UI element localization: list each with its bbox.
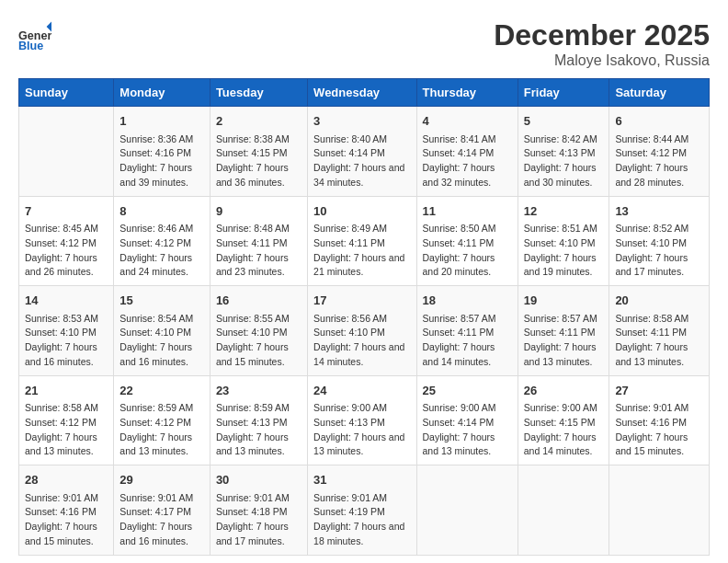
calendar-cell: 13Sunrise: 8:52 AMSunset: 4:10 PMDayligh… (609, 196, 710, 286)
day-number: 4 (423, 112, 512, 131)
calendar-body: 1Sunrise: 8:36 AMSunset: 4:16 PMDaylight… (19, 107, 710, 556)
calendar-cell: 11Sunrise: 8:50 AMSunset: 4:11 PMDayligh… (416, 196, 518, 286)
day-number: 29 (119, 471, 204, 489)
calendar-header-row: SundayMondayTuesdayWednesdayThursdayFrid… (19, 79, 710, 107)
calendar-cell: 1Sunrise: 8:36 AMSunset: 4:16 PMDaylight… (114, 107, 210, 197)
calendar-cell: 14Sunrise: 8:53 AMSunset: 4:10 PMDayligh… (19, 286, 114, 376)
logo-icon: General Blue (18, 18, 51, 52)
day-info: Sunrise: 8:54 AMSunset: 4:10 PMDaylight:… (119, 312, 204, 370)
day-number: 19 (524, 292, 604, 310)
day-number: 6 (615, 112, 703, 131)
day-number: 21 (25, 382, 108, 400)
column-header-sunday: Sunday (19, 79, 114, 107)
calendar-cell: 3Sunrise: 8:40 AMSunset: 4:14 PMDaylight… (308, 107, 416, 197)
calendar-cell: 15Sunrise: 8:54 AMSunset: 4:10 PMDayligh… (114, 286, 210, 376)
calendar-cell: 19Sunrise: 8:57 AMSunset: 4:11 PMDayligh… (518, 286, 609, 376)
calendar-cell: 9Sunrise: 8:48 AMSunset: 4:11 PMDaylight… (210, 196, 307, 286)
day-info: Sunrise: 8:41 AMSunset: 4:14 PMDaylight:… (423, 132, 512, 190)
column-header-friday: Friday (518, 79, 609, 107)
day-info: Sunrise: 8:59 AMSunset: 4:13 PMDaylight:… (216, 401, 301, 459)
day-number: 3 (313, 112, 410, 131)
day-number: 23 (216, 382, 301, 400)
day-info: Sunrise: 8:51 AMSunset: 4:10 PMDaylight:… (524, 222, 604, 280)
calendar-cell (19, 107, 114, 197)
column-header-tuesday: Tuesday (210, 79, 307, 107)
calendar-cell: 10Sunrise: 8:49 AMSunset: 4:11 PMDayligh… (308, 196, 416, 286)
day-number: 24 (313, 382, 410, 400)
calendar-cell: 2Sunrise: 8:38 AMSunset: 4:15 PMDaylight… (210, 107, 307, 197)
day-number: 14 (25, 292, 108, 310)
day-number: 13 (615, 202, 703, 221)
calendar-cell: 4Sunrise: 8:41 AMSunset: 4:14 PMDaylight… (416, 107, 518, 197)
calendar-cell: 30Sunrise: 9:01 AMSunset: 4:18 PMDayligh… (210, 465, 307, 556)
day-number: 25 (423, 382, 512, 400)
calendar-week-row: 7Sunrise: 8:45 AMSunset: 4:12 PMDaylight… (19, 196, 710, 286)
day-info: Sunrise: 8:50 AMSunset: 4:11 PMDaylight:… (423, 222, 512, 280)
day-number: 22 (119, 382, 204, 400)
column-header-thursday: Thursday (416, 79, 518, 107)
calendar-cell: 28Sunrise: 9:01 AMSunset: 4:16 PMDayligh… (19, 465, 114, 556)
day-number: 27 (615, 382, 703, 400)
day-info: Sunrise: 8:38 AMSunset: 4:15 PMDaylight:… (216, 132, 301, 190)
day-info: Sunrise: 8:48 AMSunset: 4:11 PMDaylight:… (216, 222, 301, 280)
calendar-cell: 24Sunrise: 9:00 AMSunset: 4:13 PMDayligh… (308, 375, 416, 465)
day-number: 28 (25, 471, 108, 489)
day-number: 18 (423, 292, 512, 310)
calendar-cell: 22Sunrise: 8:59 AMSunset: 4:12 PMDayligh… (114, 375, 210, 465)
day-info: Sunrise: 8:58 AMSunset: 4:12 PMDaylight:… (25, 401, 108, 459)
day-info: Sunrise: 8:42 AMSunset: 4:13 PMDaylight:… (524, 132, 604, 190)
day-info: Sunrise: 8:36 AMSunset: 4:16 PMDaylight:… (119, 132, 204, 190)
day-number: 9 (216, 202, 301, 221)
day-info: Sunrise: 8:53 AMSunset: 4:10 PMDaylight:… (25, 312, 108, 370)
calendar-cell (518, 465, 609, 556)
day-info: Sunrise: 8:40 AMSunset: 4:14 PMDaylight:… (313, 132, 410, 190)
calendar-week-row: 1Sunrise: 8:36 AMSunset: 4:16 PMDaylight… (19, 107, 710, 197)
day-info: Sunrise: 8:52 AMSunset: 4:10 PMDaylight:… (615, 222, 703, 280)
column-header-monday: Monday (114, 79, 210, 107)
day-info: Sunrise: 9:01 AMSunset: 4:17 PMDaylight:… (119, 491, 204, 549)
day-number: 20 (615, 292, 703, 310)
day-number: 1 (119, 112, 204, 131)
day-number: 2 (216, 112, 301, 131)
day-info: Sunrise: 9:00 AMSunset: 4:13 PMDaylight:… (313, 401, 410, 459)
day-info: Sunrise: 8:44 AMSunset: 4:12 PMDaylight:… (615, 132, 703, 190)
day-info: Sunrise: 9:00 AMSunset: 4:14 PMDaylight:… (423, 401, 512, 459)
day-number: 10 (313, 202, 410, 221)
page-header: General Blue December 2025 Maloye Isakov… (18, 18, 710, 69)
column-header-saturday: Saturday (609, 79, 710, 107)
location-title: Maloye Isakovo, Russia (494, 52, 710, 69)
day-number: 11 (423, 202, 512, 221)
day-number: 16 (216, 292, 301, 310)
calendar-cell: 5Sunrise: 8:42 AMSunset: 4:13 PMDaylight… (518, 107, 609, 197)
calendar-cell: 21Sunrise: 8:58 AMSunset: 4:12 PMDayligh… (19, 375, 114, 465)
calendar-cell (609, 465, 710, 556)
day-number: 17 (313, 292, 410, 310)
calendar-table: SundayMondayTuesdayWednesdayThursdayFrid… (18, 78, 710, 556)
calendar-cell: 18Sunrise: 8:57 AMSunset: 4:11 PMDayligh… (416, 286, 518, 376)
calendar-cell: 17Sunrise: 8:56 AMSunset: 4:10 PMDayligh… (308, 286, 416, 376)
day-info: Sunrise: 8:49 AMSunset: 4:11 PMDaylight:… (313, 222, 410, 280)
day-number: 12 (524, 202, 604, 221)
calendar-cell: 31Sunrise: 9:01 AMSunset: 4:19 PMDayligh… (308, 465, 416, 556)
day-info: Sunrise: 8:55 AMSunset: 4:10 PMDaylight:… (216, 312, 301, 370)
calendar-cell: 23Sunrise: 8:59 AMSunset: 4:13 PMDayligh… (210, 375, 307, 465)
day-number: 8 (119, 202, 204, 221)
calendar-cell: 7Sunrise: 8:45 AMSunset: 4:12 PMDaylight… (19, 196, 114, 286)
day-number: 15 (119, 292, 204, 310)
calendar-cell: 25Sunrise: 9:00 AMSunset: 4:14 PMDayligh… (416, 375, 518, 465)
calendar-week-row: 14Sunrise: 8:53 AMSunset: 4:10 PMDayligh… (19, 286, 710, 376)
logo: General Blue (18, 18, 55, 52)
calendar-cell: 29Sunrise: 9:01 AMSunset: 4:17 PMDayligh… (114, 465, 210, 556)
day-info: Sunrise: 9:01 AMSunset: 4:16 PMDaylight:… (25, 491, 108, 549)
day-info: Sunrise: 8:59 AMSunset: 4:12 PMDaylight:… (119, 401, 204, 459)
day-info: Sunrise: 8:58 AMSunset: 4:11 PMDaylight:… (615, 312, 703, 370)
month-title: December 2025 (494, 18, 710, 52)
day-number: 31 (313, 471, 410, 489)
calendar-cell: 20Sunrise: 8:58 AMSunset: 4:11 PMDayligh… (609, 286, 710, 376)
day-info: Sunrise: 8:46 AMSunset: 4:12 PMDaylight:… (119, 222, 204, 280)
day-number: 5 (524, 112, 604, 131)
day-info: Sunrise: 9:01 AMSunset: 4:19 PMDaylight:… (313, 491, 410, 549)
column-header-wednesday: Wednesday (308, 79, 416, 107)
calendar-cell: 26Sunrise: 9:00 AMSunset: 4:15 PMDayligh… (518, 375, 609, 465)
day-info: Sunrise: 9:00 AMSunset: 4:15 PMDaylight:… (524, 401, 604, 459)
